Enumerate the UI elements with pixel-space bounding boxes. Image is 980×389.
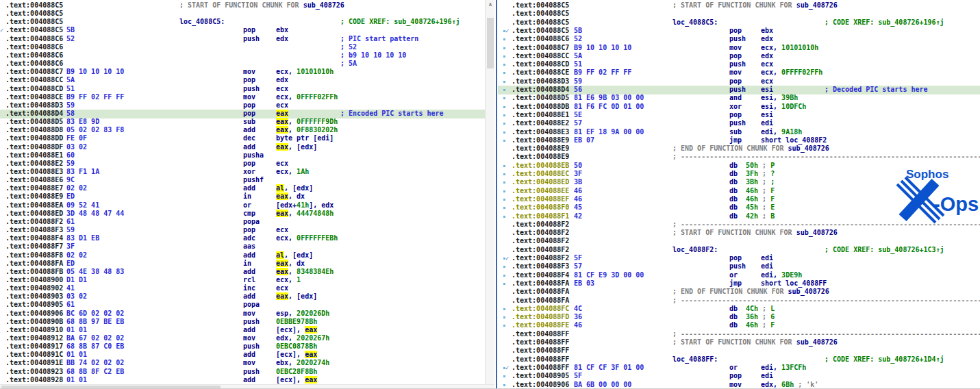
asm-row[interactable]: .text:004088FAEB 03jmpshort loc_4088FF	[498, 279, 980, 288]
asm-row[interactable]: .text:00408900D1 D1rclecx, 1	[0, 276, 485, 285]
left-pane-horizontal-scrollbar[interactable]	[0, 384, 494, 389]
asm-row[interactable]: .text:004088E160pusha	[0, 151, 485, 160]
left-pane-vertical-scrollbar[interactable]: ∧	[485, 0, 494, 389]
asm-row[interactable]: .text:004088DF03 02addeax, [edx]	[0, 143, 485, 152]
asm-row[interactable]: .text:004088DB81 F6 FC 0D 01 00xoresi, 1…	[498, 103, 980, 112]
asm-row[interactable]: .text:004088DDFE 0Fdecbyte ptr [edi]	[0, 134, 485, 143]
asm-row[interactable]: .text:004088FC4Cdb4Ch ; L	[498, 305, 980, 314]
asm-row[interactable]: .text:004088FD36db36h ; 6	[498, 313, 980, 322]
asm-row[interactable]: .text:004088CC5Apopedx	[0, 76, 485, 85]
asm-row[interactable]: .text:004088D583 E8 9Dsubeax, 0FFFFFF9Dh	[0, 118, 485, 127]
code-line-dot-icon	[503, 81, 505, 83]
asm-token-group: eax	[276, 110, 288, 118]
asm-row[interactable]: .text:004088E259popecx	[0, 160, 485, 168]
scroll-up-arrow-icon[interactable]: ∧	[486, 0, 495, 10]
asm-row[interactable]: .text:004088E9; END OF FUNCTION CHUNK FO…	[498, 145, 980, 153]
asm-row[interactable]: .text:004088E257pushedi	[498, 119, 980, 128]
asm-row[interactable]: .text:0040890561popa	[0, 301, 485, 310]
asm-row[interactable]: .text:004088C5; START OF FUNCTION CHUNK …	[498, 1, 980, 10]
asm-row[interactable]: .text:004088E381 EF 18 9A 00 00subedi, 9…	[498, 128, 980, 137]
asm-row[interactable]: .text:004088CEB9 FF 02 FF FFmovecx, 0FFF…	[498, 68, 980, 77]
asm-row[interactable]: .text:004088E69Cpushf	[0, 176, 485, 185]
asm-row[interactable]: .text:004088F261popa	[0, 218, 485, 227]
asm-row[interactable]: .text:004088F359popecx	[0, 226, 485, 235]
asm-row[interactable]: .text:004088FF; ------------------------…	[498, 330, 980, 339]
asm-row[interactable]: .text:0040892801 01add[ecx], eax	[0, 376, 485, 384]
asm-row[interactable]: ✓.text:004088F25Fpopedi	[498, 254, 980, 263]
asm-row[interactable]: .text:004088EA09 52 41or[edx+41h], edx	[0, 201, 485, 210]
asm-row[interactable]: .text:0040890241incecx	[0, 284, 485, 293]
asm-row[interactable]: .text:004088FB05 4E 38 48 83addeax, 8348…	[0, 268, 485, 277]
asm-row[interactable]: .text:004088FF; START OF FUNCTION CHUNK …	[498, 338, 980, 347]
asm-row[interactable]: .text:004088FFloc_4088FF:; CODE XREF: su…	[498, 355, 980, 364]
asm-row[interactable]: .text:0040891EBB 74 02 02 02movebx, 2020…	[0, 359, 485, 368]
asm-row[interactable]: .text:004088F73Faas	[0, 242, 485, 251]
asm-row[interactable]: .text:004088D581 E6 9B 03 00 00andesi, 3…	[498, 94, 980, 103]
asm-row[interactable]: .text:004088FA; ------------------------…	[498, 297, 980, 305]
horizontal-scrollbar-thumb[interactable]	[1, 386, 221, 388]
asm-row[interactable]: .text:0040892368 8B 8F C2 EBpush0EBC28F8…	[0, 368, 485, 377]
asm-token-group: 68 8B 97 BE EB	[66, 318, 124, 326]
asm-row[interactable]: .text:004088F2	[498, 237, 980, 246]
asm-row[interactable]: .text:004088C6; b9 10 10 10 10	[0, 51, 485, 60]
asm-row[interactable]: .text:004088CEB9 FF 02 FF FFmovecx, 0FFF…	[0, 93, 485, 102]
asm-token-group: ; Encoded PIC starts here	[340, 110, 444, 118]
asm-token-group: .text:004088FA	[5, 260, 63, 268]
asm-row[interactable]: .text:00408906BA 6B 00 00 00movedx, 6Bh …	[498, 381, 980, 389]
asm-row[interactable]: .text:004088FA; END OF FUNCTION CHUNK FO…	[498, 288, 980, 297]
asm-row[interactable]: .text:004088CD51pushecx	[0, 85, 485, 94]
asm-row[interactable]: .text:004088D458popeax; Encoded PIC star…	[0, 110, 485, 118]
asm-row[interactable]: .text:004088F2; START OF FUNCTION CHUNK …	[498, 229, 980, 238]
asm-row[interactable]: .text:004088C6; 52	[0, 43, 485, 52]
asm-row[interactable]: .text:004088C652pushedx; PIC start patte…	[0, 35, 485, 44]
asm-row[interactable]: .text:004089055Fpopedi	[498, 372, 980, 381]
asm-row[interactable]: .text:004088CD51pushecx	[498, 60, 980, 69]
asm-row[interactable]: ✓.text:004088C55Bpopebx	[0, 26, 485, 35]
asm-token-group: add	[243, 376, 255, 384]
asm-row[interactable]: .text:00408906BC 6D 02 02 02movesp, 2020…	[0, 310, 485, 318]
asm-row[interactable]: .text:004088E9EDineax, dx	[0, 192, 485, 201]
asm-row[interactable]: .text:004088C7B9 10 10 10 10movecx, 1010…	[0, 68, 485, 77]
asm-row[interactable]: .text:004088C7B9 10 10 10 10movecx, 1010…	[498, 44, 980, 53]
asm-row[interactable]: .text:004088F357pushedi	[498, 262, 980, 271]
asm-row[interactable]: .text:004088C5loc_4088C5:; CODE XREF: su…	[0, 18, 485, 27]
asm-row[interactable]: .text:004088E9; ------------------------…	[498, 153, 980, 162]
asm-row[interactable]: .text:004088C652pushedx	[498, 35, 980, 44]
asm-row[interactable]: .text:004088F802 02addal, [edx]	[0, 251, 485, 260]
asm-row[interactable]: .text:004088C5	[498, 10, 980, 18]
asm-row[interactable]: .text:004088E9EB 07jmpshort loc_4088F2	[498, 136, 980, 145]
asm-row[interactable]: .text:004088E702 02addal, [edx]	[0, 184, 485, 193]
asm-row[interactable]: .text:004088F2loc_4088F2:; CODE XREF: su…	[498, 246, 980, 255]
asm-row[interactable]: .text:004088CC5Apopedx	[498, 52, 980, 61]
asm-row[interactable]: .text:0040890B68 8B 97 BE EBpush0EBBE978…	[0, 318, 485, 327]
asm-row[interactable]: .text:004088D359popecx	[0, 101, 485, 110]
asm-row[interactable]: .text:00408912BA 67 02 02 02movedx, 2020…	[0, 334, 485, 343]
asm-row[interactable]: .text:004088F483 D1 EBadcecx, 0FFFFFFEBh	[0, 234, 485, 243]
asm-row[interactable]: .text:004088C5loc_4088C5:; CODE XREF: su…	[498, 18, 980, 27]
asm-row[interactable]: .text:004088ED3D 48 48 47 44cmpeax, 4447…	[0, 210, 485, 218]
vertical-scrollbar-thumb[interactable]	[487, 18, 494, 68]
asm-token-group: loc_4088C5:	[179, 18, 225, 26]
asm-token-group: add	[243, 351, 255, 359]
asm-row[interactable]: .text:004088E15Epopesi	[498, 111, 980, 120]
asm-row[interactable]: .text:004088FE46db46h ; F	[498, 321, 980, 330]
asm-row[interactable]: .text:0040891C01 01add[ecx], eax	[0, 351, 485, 360]
asm-row[interactable]: .text:004088C5; START OF FUNCTION CHUNK …	[0, 1, 485, 10]
disassembly-pane-encoded[interactable]: .text:004088C5; START OF FUNCTION CHUNK …	[0, 0, 485, 384]
asm-row[interactable]: .text:0040891001 01add[ecx], eax	[0, 326, 485, 335]
asm-token-group: BC 6D 02 02 02	[66, 310, 124, 318]
asm-row[interactable]: .text:004088F481 CF E9 3D 00 00oredi, 3D…	[498, 271, 980, 280]
asm-row[interactable]: .text:004088D805 02 02 83 F8addeax, 0F88…	[0, 126, 485, 135]
asm-row[interactable]: ✓.text:004088FF81 CF CF 3F 01 00oredi, 1…	[498, 364, 980, 373]
asm-row[interactable]: .text:0040890303 02addeax, [edx]	[0, 292, 485, 301]
asm-row[interactable]: .text:004088D359popecx	[498, 77, 980, 86]
asm-row[interactable]: .text:004088C5	[0, 10, 485, 18]
asm-row[interactable]: .text:004088E383 F1 1Axorecx, 1Ah	[0, 168, 485, 177]
asm-token-group: .text:004088CE	[512, 68, 569, 77]
asm-row[interactable]: .text:0040891768 8B 87 C0 EBpush0EBC0878…	[0, 342, 485, 351]
asm-row[interactable]: .text:004088D456pushesi; Decoded PIC sta…	[498, 86, 980, 95]
asm-row[interactable]: ✓.text:004088C55Bpopebx	[498, 27, 980, 36]
asm-row[interactable]: .text:004088FF	[498, 347, 980, 355]
asm-row[interactable]: .text:004088FAEDineax, dx	[0, 260, 485, 268]
asm-row[interactable]: .text:004088C6; 5A	[0, 60, 485, 68]
